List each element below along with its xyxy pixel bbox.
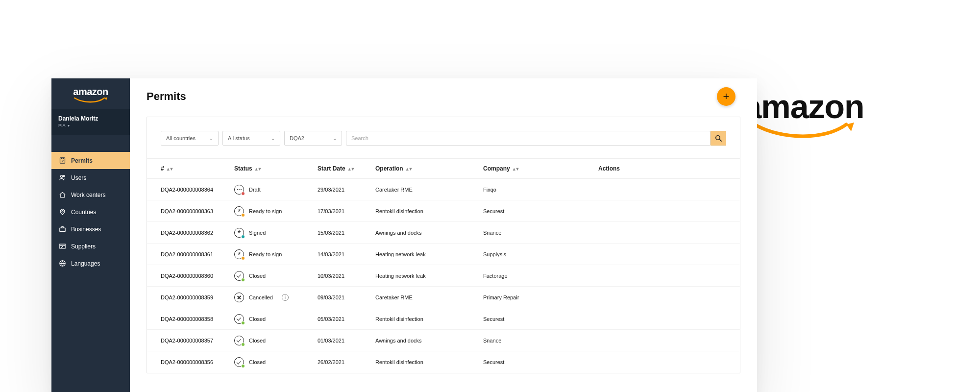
status-label: Closed [249, 316, 266, 322]
search-icon [715, 135, 722, 142]
permits-card: All countries ⌄ All status ⌄ DQA2 ⌄ [147, 117, 740, 373]
user-role: PIA ▾ [58, 123, 123, 128]
search-input-wrap [346, 131, 710, 146]
chevron-down-icon: ▾ [68, 123, 70, 128]
table-row[interactable]: DQA2-000000008357Closed01/03/2021Awnings… [147, 330, 740, 351]
sort-icon: ▲▼ [166, 167, 173, 172]
nav-icon [58, 260, 66, 267]
search-input[interactable] [351, 135, 705, 141]
cell-company: Supplysis [483, 251, 598, 257]
svg-line-8 [719, 139, 721, 141]
nav-icon [58, 157, 66, 164]
user-name: Daniela Moritz [58, 115, 123, 122]
permits-table: #▲▼ Status▲▼ Start Date▲▼ Operation▲▼ Co… [147, 158, 740, 373]
sidebar-item-label: Businesses [71, 226, 101, 233]
table-row[interactable]: DQA2-000000008360Closed10/03/2021Heating… [147, 265, 740, 287]
sidebar-item-label: Permits [71, 157, 93, 164]
plus-icon: + [723, 90, 730, 103]
cell-company: Factorage [483, 273, 598, 279]
col-operation[interactable]: Operation▲▼ [375, 165, 483, 172]
sidebar-item-label: Suppliers [71, 243, 96, 250]
col-start[interactable]: Start Date▲▼ [318, 165, 375, 172]
sidebar-item-suppliers[interactable]: Suppliers [51, 238, 130, 255]
title-row: Permits + [147, 87, 740, 106]
cell-company: Snance [483, 230, 598, 236]
cell-start: 29/03/2021 [318, 187, 375, 193]
center-select[interactable]: DQA2 ⌄ [284, 131, 342, 146]
cell-start: 15/03/2021 [318, 230, 375, 236]
country-select[interactable]: All countries ⌄ [161, 131, 219, 146]
sort-icon: ▲▼ [347, 167, 354, 172]
info-icon[interactable]: i [282, 294, 289, 301]
cell-status: Ready to sign [234, 206, 318, 216]
cell-company: Securest [483, 359, 598, 365]
sidebar-item-languages[interactable]: Languages [51, 255, 130, 272]
user-block[interactable]: Daniela Moritz PIA ▾ [51, 109, 130, 135]
search-button[interactable] [710, 131, 726, 146]
status-label: Closed [249, 359, 266, 365]
status-check-icon [234, 314, 244, 324]
status-check-icon [234, 271, 244, 281]
main: Permits + All countries ⌄ All status ⌄ D… [130, 78, 757, 392]
cell-company: Securest [483, 208, 598, 214]
table-row[interactable]: DQA2-000000008358Closed05/03/2021Rentoki… [147, 308, 740, 330]
cell-operation: Heating network leak [375, 273, 483, 279]
col-id[interactable]: #▲▼ [161, 165, 234, 172]
sort-icon: ▲▼ [405, 167, 412, 172]
status-label: Ready to sign [249, 251, 282, 257]
svg-point-3 [61, 211, 63, 212]
table-row[interactable]: DQA2-000000008363Ready to sign17/03/2021… [147, 200, 740, 222]
sidebar-item-countries[interactable]: Countries [51, 203, 130, 220]
svg-rect-0 [60, 158, 65, 163]
cell-id: DQA2-000000008363 [161, 208, 234, 214]
cell-status: Cancelledi [234, 293, 318, 302]
cell-id: DQA2-000000008361 [161, 251, 234, 257]
chevron-down-icon: ⌄ [209, 136, 213, 141]
smile-icon [73, 97, 108, 103]
sidebar-item-permits[interactable]: Permits [51, 152, 130, 169]
cell-status: Draft [234, 185, 318, 195]
cell-status: Signed [234, 228, 318, 238]
cell-id: DQA2-000000008362 [161, 230, 234, 236]
status-select[interactable]: All status ⌄ [222, 131, 280, 146]
cell-start: 09/03/2021 [318, 294, 375, 300]
table-row[interactable]: DQA2-000000008361Ready to sign14/03/2021… [147, 244, 740, 265]
sidebar-item-users[interactable]: Users [51, 169, 130, 186]
nav-icon [58, 225, 66, 233]
cell-operation: Awnings and docks [375, 338, 483, 343]
sort-icon: ▲▼ [512, 167, 519, 172]
sidebar-item-work-centers[interactable]: Work centers [51, 186, 130, 203]
table-row[interactable]: DQA2-000000008356Closed26/02/2021Rentoki… [147, 351, 740, 373]
cell-status: Ready to sign [234, 249, 318, 259]
cell-start: 17/03/2021 [318, 208, 375, 214]
cell-status: Closed [234, 357, 318, 367]
nav-icon [58, 174, 66, 181]
page-title: Permits [147, 90, 186, 103]
cell-id: DQA2-000000008357 [161, 338, 234, 343]
table-row[interactable]: DQA2-000000008364Draft29/03/2021Caretake… [147, 179, 740, 200]
table-row[interactable]: DQA2-000000008362Signed15/03/2021Awnings… [147, 222, 740, 244]
add-permit-button[interactable]: + [717, 87, 735, 106]
svg-point-1 [60, 175, 62, 177]
cell-operation: Caretaker RME [375, 187, 483, 193]
col-status[interactable]: Status▲▼ [234, 165, 318, 172]
cell-status: Closed [234, 336, 318, 345]
brand-logo-small: amazon [51, 78, 130, 109]
status-gear-icon [234, 206, 244, 216]
table-body: DQA2-000000008364Draft29/03/2021Caretake… [147, 179, 740, 373]
cell-status: Closed [234, 271, 318, 281]
table-row[interactable]: DQA2-000000008359Cancelledi09/03/2021Car… [147, 287, 740, 308]
cell-operation: Rentokil disinfection [375, 208, 483, 214]
status-gear-icon [234, 228, 244, 238]
cell-company: Fixqo [483, 187, 598, 193]
cell-operation: Rentokil disinfection [375, 316, 483, 322]
cell-start: 05/03/2021 [318, 316, 375, 322]
status-label: Draft [249, 187, 261, 193]
table-header: #▲▼ Status▲▼ Start Date▲▼ Operation▲▼ Co… [147, 158, 740, 179]
col-company[interactable]: Company▲▼ [483, 165, 598, 172]
status-label: Closed [249, 338, 266, 343]
cell-id: DQA2-000000008359 [161, 294, 234, 300]
cell-operation: Rentokil disinfection [375, 359, 483, 365]
sidebar-item-label: Work centers [71, 192, 105, 198]
sidebar-item-businesses[interactable]: Businesses [51, 220, 130, 238]
